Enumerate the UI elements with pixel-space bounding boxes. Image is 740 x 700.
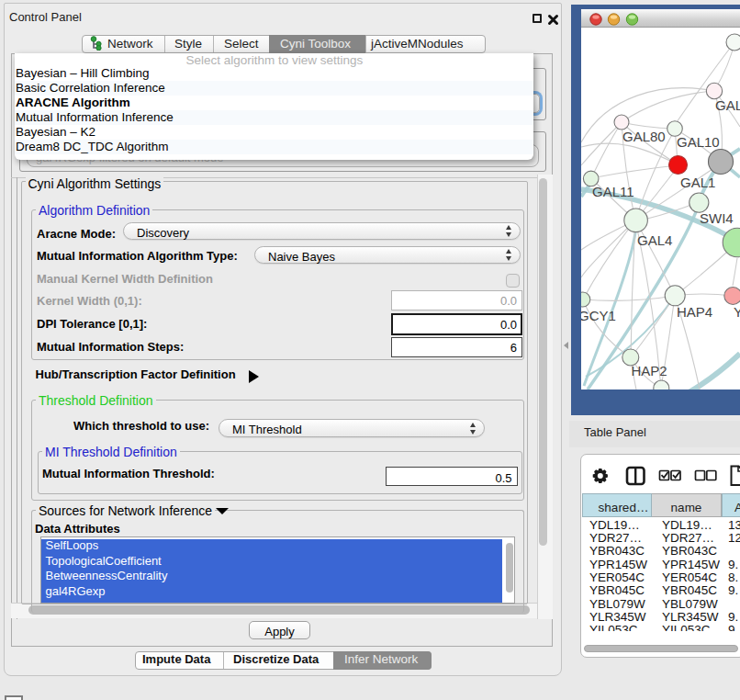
- svg-text:SWI4: SWI4: [700, 210, 734, 226]
- svg-text:GAL4: GAL4: [637, 232, 672, 248]
- svg-text:GAL11: GAL11: [592, 184, 634, 199]
- svg-text:GCY1: GCY1: [581, 308, 616, 323]
- svg-text:HAP2: HAP2: [632, 363, 667, 378]
- svg-text:GAL1: GAL1: [680, 175, 715, 190]
- svg-text:GAL10: GAL10: [677, 134, 720, 150]
- svg-text:GAL: GAL: [715, 97, 740, 113]
- svg-text:Y: Y: [734, 304, 740, 320]
- svg-text:GAL80: GAL80: [622, 129, 666, 144]
- svg-text:HAP4: HAP4: [677, 304, 712, 320]
